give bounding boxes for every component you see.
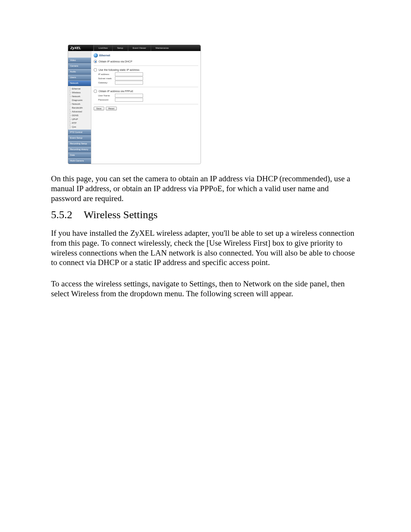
- panel-title: Ethernet: [99, 54, 110, 57]
- radio-dhcp[interactable]: [94, 60, 97, 63]
- ui-body: Video Camera Audio Users Network Etherne…: [68, 51, 201, 164]
- reset-button[interactable]: Reset: [106, 107, 117, 110]
- content-panel: Ethernet Obtain IP address via DHCP Use …: [91, 51, 201, 164]
- topbar: ZyXEL LiveView Setup Event Viewer Mainte…: [68, 45, 201, 51]
- input-subnet[interactable]: [115, 77, 143, 80]
- sidebar-item-event-setup[interactable]: Event Setup: [68, 135, 91, 141]
- row-ip: IP address:: [98, 72, 198, 76]
- sidebar-item-users[interactable]: Users: [68, 75, 91, 80]
- topnav: LiveView Setup Event Viewer Maintenance: [94, 45, 173, 51]
- row-subnet: Subnet mask:: [98, 77, 198, 80]
- option-pppoe[interactable]: Obtain IP address via PPPoE: [94, 89, 198, 93]
- divider: [94, 66, 198, 66]
- label-gateway: Gateway:: [98, 81, 115, 84]
- sidebar-item-multi-camera[interactable]: Multi-Camera: [68, 158, 91, 164]
- label-dhcp: Obtain IP address via DHCP: [99, 60, 132, 63]
- button-row: Save Reset: [94, 107, 198, 110]
- paragraph-intro: On this page, you can set the camera to …: [51, 174, 359, 203]
- label-pppoe: Obtain IP address via PPPoE: [99, 90, 133, 93]
- save-button[interactable]: Save: [94, 107, 104, 110]
- row-password: Password:: [98, 98, 198, 102]
- sidebar: Video Camera Audio Users Network Etherne…: [68, 51, 91, 164]
- tree-item-wireless[interactable]: Wireless: [70, 91, 91, 94]
- label-ip: IP address:: [98, 73, 115, 75]
- sidebar-spacer: [68, 51, 91, 58]
- input-gateway[interactable]: [115, 81, 143, 85]
- nav-maintenance[interactable]: Maintenance: [151, 45, 173, 51]
- sidebar-item-video[interactable]: Video: [68, 58, 91, 63]
- input-username[interactable]: [115, 94, 143, 97]
- tree-item-qos[interactable]: Qos: [70, 125, 91, 129]
- option-static[interactable]: Use the following static IP address:: [94, 68, 198, 72]
- sidebar-item-recording-history[interactable]: Recording History: [68, 147, 91, 152]
- input-password[interactable]: [115, 98, 143, 102]
- divider: [94, 104, 198, 104]
- tree-item-network-diagnostic[interactable]: Network Diagnostic: [70, 94, 91, 102]
- radio-static[interactable]: [94, 68, 97, 72]
- heading-title: Wireless Settings: [84, 209, 158, 221]
- panel-header: Ethernet: [94, 53, 198, 58]
- label-username: User Name:: [98, 94, 115, 97]
- heading-number: 5.5.2: [51, 209, 72, 221]
- radio-pppoe[interactable]: [94, 89, 97, 93]
- label-password: Password:: [98, 99, 115, 101]
- globe-icon: [94, 53, 98, 58]
- brand-logo: ZyXEL: [68, 45, 94, 51]
- tree-item-rtp[interactable]: RTP: [70, 121, 91, 125]
- nav-event-viewer[interactable]: Event Viewer: [128, 45, 151, 51]
- sidebar-item-ptz-control[interactable]: PTZ Control: [68, 129, 91, 135]
- paragraph-wireless-2: To access the wireless settings, navigat…: [51, 279, 359, 299]
- camera-admin-ui: ZyXEL LiveView Setup Event Viewer Mainte…: [68, 45, 201, 164]
- divider: [94, 87, 198, 87]
- label-subnet: Subnet mask:: [98, 77, 115, 80]
- tree-item-upnp[interactable]: UPnP: [70, 117, 91, 121]
- sidebar-item-network[interactable]: Network: [68, 80, 91, 86]
- input-ip[interactable]: [115, 72, 143, 76]
- option-dhcp[interactable]: Obtain IP address via DHCP: [94, 60, 198, 63]
- page: ZyXEL LiveView Setup Event Viewer Mainte…: [0, 0, 411, 532]
- sidebar-item-audio[interactable]: Audio: [68, 69, 91, 75]
- tree-item-advanced[interactable]: Advanced: [70, 110, 91, 113]
- label-static: Use the following static IP address:: [99, 69, 140, 71]
- heading-wireless-settings: 5.5.2 Wireless Settings: [51, 209, 158, 221]
- row-username: User Name:: [98, 94, 198, 97]
- tree-item-network-bandwidth[interactable]: Network Bandwidth: [70, 102, 91, 110]
- nav-liveview[interactable]: LiveView: [94, 45, 112, 51]
- sidebar-item-camera[interactable]: Camera: [68, 63, 91, 69]
- sidebar-item-recording-setup[interactable]: Recording Setup: [68, 141, 91, 147]
- nav-setup[interactable]: Setup: [112, 45, 128, 51]
- paragraph-wireless-1: If you have installed the ZyXEL wireless…: [51, 228, 359, 268]
- tree-item-ethernet[interactable]: Ethernet: [70, 87, 91, 91]
- network-tree: Ethernet Wireless Network Diagnostic Net…: [68, 86, 91, 129]
- sidebar-item-date[interactable]: Date: [68, 152, 91, 158]
- row-gateway: Gateway:: [98, 81, 198, 85]
- tree-item-ddns[interactable]: DDNS: [70, 113, 91, 117]
